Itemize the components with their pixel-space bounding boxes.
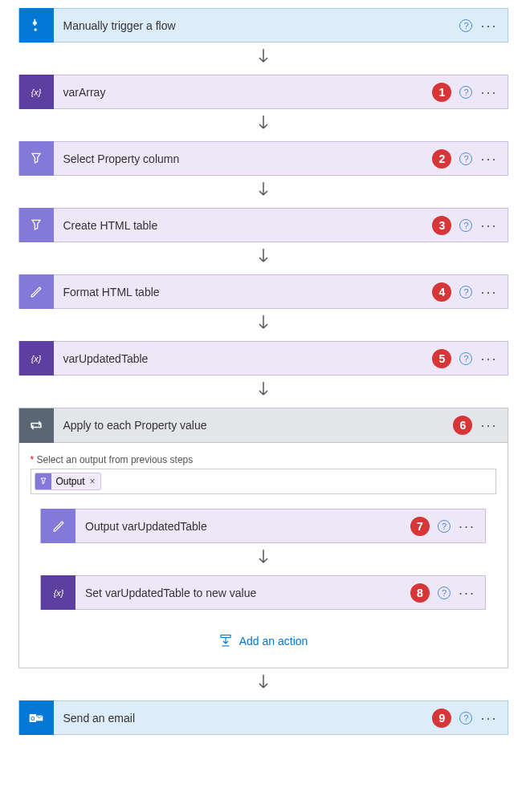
step-set-var[interactable]: {x} Set varUpdatedTable to new value 8 ?… [40,575,486,610]
step-actions: 2 ? ··· [432,149,507,168]
svg-rect-3 [221,635,230,638]
data-operation-icon [19,208,54,242]
step-actions: 6 ··· [453,416,507,435]
step-label: Manually trigger a flow [54,19,460,32]
token-remove-icon[interactable]: × [90,476,100,487]
container-body: * Select an output from previous steps O… [19,443,508,668]
output-field[interactable]: Output × [31,469,496,494]
menu-icon[interactable]: ··· [480,152,497,166]
menu-icon[interactable]: ··· [480,85,497,99]
help-icon[interactable]: ? [459,86,472,99]
svg-text:{x}: {x} [53,588,63,598]
loop-icon [19,408,54,443]
menu-icon[interactable]: ··· [459,519,475,534]
menu-icon[interactable]: ··· [480,218,497,233]
arrow-down-icon [257,550,270,569]
arrow-down-icon [257,182,270,201]
menu-icon[interactable]: ··· [480,711,497,725]
step-label: Output varUpdatedTable [75,520,410,533]
add-action-icon [218,634,233,648]
token-icon [35,473,51,489]
number-badge: 6 [453,416,472,435]
step-actions: 5 ? ··· [432,349,507,368]
number-badge: 8 [410,583,430,603]
step-actions: 7 ? ··· [410,517,485,536]
number-badge: 5 [432,349,451,368]
number-badge: 7 [410,517,430,536]
variable-icon: {x} [19,341,54,376]
menu-icon[interactable]: ··· [480,418,497,432]
help-icon[interactable]: ? [438,587,451,599]
token-label: Output [51,476,90,487]
help-icon[interactable]: ? [459,286,472,298]
arrow-down-icon [257,315,270,335]
step-format-html[interactable]: Format HTML table 4 ? ··· [18,274,508,309]
help-icon[interactable]: ? [459,712,472,725]
compose-icon [19,274,54,309]
step-label: Format HTML table [54,286,433,298]
outlook-icon: O [19,700,54,735]
step-var-updated[interactable]: {x} varUpdatedTable 5 ? ··· [18,341,508,376]
required-indicator: * [31,454,35,465]
svg-text:{x}: {x} [31,354,42,363]
step-label: varArray [54,86,433,99]
dynamic-token[interactable]: Output × [35,473,101,490]
step-label: Apply to each Property value [54,419,454,432]
step-label: Send an email [54,712,433,725]
number-badge: 1 [432,83,451,102]
step-label: varUpdatedTable [54,352,433,365]
step-output-var[interactable]: Output varUpdatedTable 7 ? ··· [40,509,486,543]
menu-icon[interactable]: ··· [480,351,497,366]
number-badge: 9 [432,708,451,728]
apply-to-each-container: Apply to each Property value 6 ··· * Sel… [18,408,508,668]
help-icon[interactable]: ? [459,19,472,32]
field-label: * Select an output from previous steps [31,454,496,465]
compose-icon [41,509,75,543]
number-badge: 4 [432,282,451,302]
variable-icon: {x} [41,575,75,610]
step-actions: ? ··· [459,18,507,33]
arrow-down-icon [257,249,270,268]
step-actions: 8 ? ··· [410,583,485,603]
add-action-button[interactable]: Add an action [218,634,308,648]
variable-icon: {x} [19,75,54,109]
step-label: Create HTML table [54,219,433,232]
help-icon[interactable]: ? [459,352,472,365]
arrow-down-icon [257,49,270,68]
svg-text:O: O [31,715,35,721]
menu-icon[interactable]: ··· [480,285,497,299]
step-label: Select Property column [54,152,433,165]
help-icon[interactable]: ? [438,520,451,533]
step-select-property[interactable]: Select Property column 2 ? ··· [18,141,508,176]
step-var-array[interactable]: {x} varArray 1 ? ··· [18,75,508,109]
arrow-down-icon [257,382,270,401]
arrow-down-icon [257,675,270,694]
help-icon[interactable]: ? [459,152,472,165]
svg-text:{x}: {x} [31,87,42,97]
step-actions: 9 ? ··· [432,708,507,728]
add-action-label: Add an action [239,635,308,648]
menu-icon[interactable]: ··· [480,18,497,33]
step-actions: 3 ? ··· [432,216,507,235]
step-actions: 4 ? ··· [432,282,507,302]
arrow-down-icon [257,116,270,135]
field-label-text: Select an output from previous steps [37,454,194,465]
trigger-icon [19,8,54,43]
nested-steps: Output varUpdatedTable 7 ? ··· {x} Set v… [31,509,496,648]
step-actions: 1 ? ··· [432,83,507,102]
flow-canvas: Manually trigger a flow ? ··· {x} varArr… [8,8,518,735]
step-apply-each[interactable]: Apply to each Property value 6 ··· [19,408,508,443]
step-send-email[interactable]: O Send an email 9 ? ··· [18,700,508,735]
number-badge: 3 [432,216,451,235]
number-badge: 2 [432,149,451,168]
menu-icon[interactable]: ··· [459,586,475,600]
step-trigger[interactable]: Manually trigger a flow ? ··· [18,8,508,43]
data-operation-icon [19,141,54,176]
help-icon[interactable]: ? [459,219,472,232]
step-label: Set varUpdatedTable to new value [75,587,410,599]
step-create-html[interactable]: Create HTML table 3 ? ··· [18,208,508,242]
